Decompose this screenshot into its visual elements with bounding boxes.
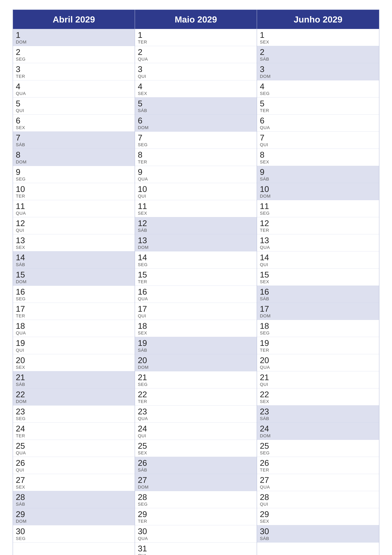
day-cell: 18QUA bbox=[13, 320, 135, 337]
day-number: 3 bbox=[16, 65, 132, 74]
day-number: 14 bbox=[16, 253, 132, 262]
day-cell: 11SEG bbox=[257, 200, 379, 217]
day-number: 9 bbox=[260, 168, 376, 176]
day-name: SEX bbox=[138, 450, 254, 455]
day-number: 11 bbox=[16, 202, 132, 211]
day-cell: 20QUA bbox=[257, 354, 379, 371]
day-number: 4 bbox=[260, 82, 376, 91]
day-number: 15 bbox=[16, 270, 132, 279]
day-cell: 27QUA bbox=[257, 474, 379, 491]
day-name: QUA bbox=[260, 245, 376, 250]
day-number: 21 bbox=[260, 373, 376, 382]
day-number: 21 bbox=[16, 373, 132, 382]
day-name: QUI bbox=[260, 142, 376, 147]
day-number: 6 bbox=[260, 116, 376, 125]
day-cell: 3QUI bbox=[135, 63, 257, 80]
day-cell: 9SEG bbox=[13, 166, 135, 183]
day-name: TER bbox=[16, 74, 132, 79]
day-cell: 26SÁB bbox=[135, 457, 257, 474]
day-name: DOM bbox=[16, 399, 132, 404]
day-number: 4 bbox=[16, 82, 132, 91]
day-cell: 1SEX bbox=[257, 29, 379, 46]
day-name: QUA bbox=[16, 450, 132, 455]
month-header: Maio 2029 bbox=[135, 10, 257, 29]
day-name: TER bbox=[138, 279, 254, 284]
day-cell: 19TER bbox=[257, 337, 379, 354]
day-name: QUI bbox=[260, 262, 376, 267]
day-name: TER bbox=[16, 194, 132, 199]
day-name: QUA bbox=[138, 296, 254, 301]
day-col-1: 1TER2QUA3QUI4SEX5SÁB6DOM7SEG8TER9QUA10QU… bbox=[135, 29, 257, 555]
day-cell: 21SÁB bbox=[13, 371, 135, 388]
day-cell: 16SEG bbox=[13, 286, 135, 303]
day-name: SEG bbox=[260, 91, 376, 96]
day-name: SEX bbox=[260, 160, 376, 165]
day-name: QUI bbox=[138, 553, 254, 555]
day-number: 31 bbox=[138, 544, 254, 553]
day-name: QUI bbox=[260, 502, 376, 507]
month-header: Abril 2029 bbox=[13, 10, 135, 29]
day-number: 8 bbox=[138, 150, 254, 159]
day-number: 26 bbox=[260, 459, 376, 467]
day-number: 28 bbox=[16, 493, 132, 502]
day-name: SÁB bbox=[260, 176, 376, 182]
day-number: 12 bbox=[16, 219, 132, 228]
day-cell: 10TER bbox=[13, 183, 135, 200]
day-name: DOM bbox=[16, 519, 132, 524]
day-name: QUI bbox=[138, 194, 254, 199]
day-cell: 7SEG bbox=[135, 132, 257, 149]
day-name: SEG bbox=[16, 176, 132, 182]
day-number: 11 bbox=[138, 202, 254, 211]
day-number: 7 bbox=[138, 133, 254, 142]
day-cell: 13DOM bbox=[135, 234, 257, 251]
day-cell: 27DOM bbox=[135, 474, 257, 491]
day-cell: 23SÁB bbox=[257, 405, 379, 423]
day-name: TER bbox=[138, 519, 254, 524]
day-number: 2 bbox=[138, 48, 254, 57]
day-cell: 9QUA bbox=[135, 166, 257, 183]
day-cell: 29TER bbox=[135, 508, 257, 525]
day-cell: 25SEG bbox=[257, 440, 379, 457]
day-number: 10 bbox=[138, 185, 254, 194]
day-number: 20 bbox=[260, 356, 376, 365]
day-cell: 23QUA bbox=[135, 405, 257, 423]
day-name: SÁB bbox=[138, 228, 254, 233]
day-name: QUA bbox=[16, 211, 132, 216]
day-name: QUI bbox=[16, 108, 132, 113]
day-cell: 16SÁB bbox=[257, 286, 379, 303]
day-name: DOM bbox=[138, 125, 254, 130]
day-name: SÁB bbox=[260, 536, 376, 541]
day-number: 14 bbox=[138, 253, 254, 262]
day-number: 5 bbox=[138, 99, 254, 108]
day-number: 1 bbox=[138, 30, 254, 40]
day-name: SÁB bbox=[16, 142, 132, 147]
day-cell: 25SEX bbox=[135, 440, 257, 457]
day-cell: 14SEG bbox=[135, 251, 257, 269]
day-name: SEG bbox=[16, 57, 132, 62]
day-number: 25 bbox=[138, 441, 254, 450]
day-name: DOM bbox=[138, 365, 254, 370]
day-cell: 24DOM bbox=[257, 423, 379, 440]
day-name: SÁB bbox=[138, 348, 254, 353]
day-number: 11 bbox=[260, 202, 376, 211]
day-number: 26 bbox=[138, 459, 254, 467]
day-cell: 15DOM bbox=[13, 269, 135, 286]
day-number: 6 bbox=[138, 116, 254, 125]
day-cell: 4QUA bbox=[13, 80, 135, 97]
calendar-table: Abril 2029Maio 2029Junho 2029 1DOM2SEG3T… bbox=[13, 9, 379, 555]
day-name: QUI bbox=[138, 433, 254, 438]
day-cell: 17DOM bbox=[257, 303, 379, 320]
day-number: 19 bbox=[16, 339, 132, 348]
day-cell: 28QUI bbox=[257, 491, 379, 508]
day-name: TER bbox=[260, 228, 376, 233]
day-cell: 17TER bbox=[13, 303, 135, 320]
day-number: 30 bbox=[16, 527, 132, 536]
day-name: SEX bbox=[138, 330, 254, 336]
day-number: 12 bbox=[260, 219, 376, 228]
day-number: 24 bbox=[16, 424, 132, 433]
day-cell: 19SÁB bbox=[135, 337, 257, 354]
day-number: 22 bbox=[16, 390, 132, 399]
day-name: SEG bbox=[260, 330, 376, 336]
day-cell: 2QUA bbox=[135, 46, 257, 63]
day-cell: 9SÁB bbox=[257, 166, 379, 183]
